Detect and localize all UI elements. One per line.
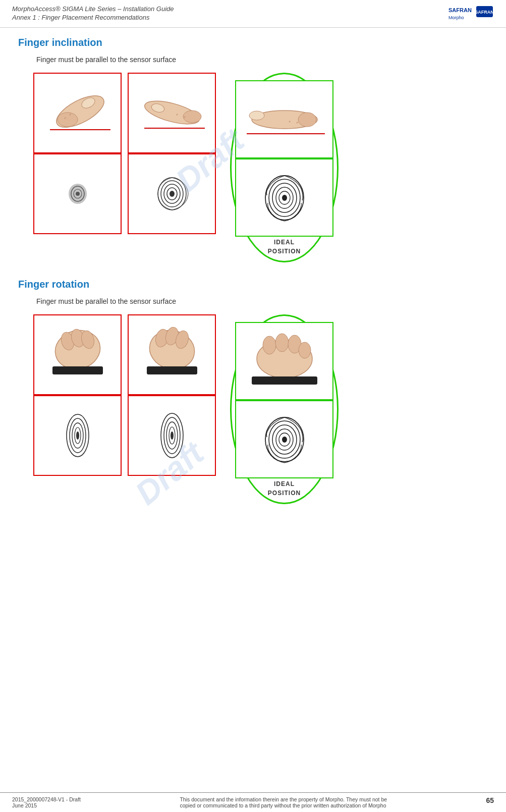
rotation-bad-col1 <box>33 314 122 476</box>
inclination-ideal-oval: IDEAL POSITION <box>230 73 339 262</box>
rotation-ideal-bottom <box>235 400 333 478</box>
finger-tilt-down-svg <box>40 90 116 136</box>
svg-point-10 <box>76 192 80 196</box>
rotation-ideal-oval: IDEAL POSITION <box>230 314 339 504</box>
svg-point-4 <box>58 113 78 127</box>
inclination-bad1-bottom <box>33 153 122 234</box>
header-line2: Annex 1 : Finger Placement Recommendatio… <box>12 14 174 21</box>
section1-subtitle: Finger must be parallel to the sensor su… <box>36 56 488 64</box>
svg-point-39 <box>76 431 79 440</box>
rotation-ideal-top <box>235 322 333 400</box>
fingerprint-rotated-svg <box>58 405 98 466</box>
svg-rect-34 <box>52 366 103 374</box>
inclination-ideal-top <box>235 80 333 158</box>
footer-disclaimer: This document and the information therei… <box>180 796 387 808</box>
header-line1: MorphoAccess® SIGMA Lite Series – Instal… <box>12 5 174 13</box>
svg-text:SAFRAN: SAFRAN <box>475 10 494 15</box>
main-content: Finger inclination Finger must be parall… <box>0 28 506 525</box>
footer-doc-id: 2015_2000007248-V1 - Draft <box>12 796 81 802</box>
inclination-ideal-label2: POSITION <box>268 248 301 255</box>
section2-subtitle: Finger must be parallel to the sensor su… <box>36 297 488 305</box>
svg-point-29 <box>282 195 287 201</box>
svg-rect-55 <box>252 376 317 385</box>
rotation-bad1-bottom <box>33 395 122 476</box>
rotation-bad2-bottom <box>128 395 216 476</box>
fingerprint-ideal-svg <box>257 168 312 228</box>
svg-point-3 <box>51 90 108 134</box>
inclination-ideal-bottom <box>235 158 333 237</box>
svg-point-52 <box>275 334 289 352</box>
rotation-bad1-top <box>33 314 122 395</box>
rotation-grid: IDEAL POSITION <box>33 314 488 504</box>
inclination-grid: IDEAL POSITION <box>33 73 488 262</box>
svg-text:Morpho: Morpho <box>448 15 464 20</box>
page-footer: 2015_2000007248-V1 - Draft June 2015 Thi… <box>0 792 506 812</box>
fingerprint-small-svg <box>58 174 98 214</box>
footer-date: June 2015 <box>12 802 81 808</box>
inclination-bad2-bottom <box>128 153 216 234</box>
footer-left: 2015_2000007248-V1 - Draft June 2015 <box>12 796 81 808</box>
section1-title: Finger inclination <box>18 37 488 48</box>
svg-point-23 <box>249 111 264 120</box>
safran-logo-svg: SAFRAN SAFRAN Morpho <box>448 5 494 25</box>
safran-logo-block: SAFRAN SAFRAN Morpho <box>448 5 494 25</box>
svg-rect-44 <box>147 366 197 374</box>
svg-point-19 <box>170 191 175 197</box>
section-inclination: Finger inclination Finger must be parall… <box>18 37 488 262</box>
section-rotation: Finger rotation Finger must be parallel … <box>18 279 488 504</box>
inclination-bad2-top <box>128 73 216 153</box>
section2-title: Finger rotation <box>18 279 488 290</box>
svg-point-54 <box>299 342 311 358</box>
fist-right-tilt-svg <box>134 322 210 388</box>
rotation-ideal-label1: IDEAL <box>274 480 295 488</box>
svg-point-21 <box>298 113 316 127</box>
svg-point-51 <box>263 336 276 354</box>
rotation-bad-col2 <box>128 314 216 476</box>
inclination-ideal-col: IDEAL POSITION <box>230 73 339 262</box>
header-title: MorphoAccess® SIGMA Lite Series – Instal… <box>12 5 174 21</box>
inclination-bad-col2 <box>128 73 216 234</box>
fist-left-tilt-svg <box>40 322 116 388</box>
svg-point-12 <box>183 111 201 123</box>
inclination-bad-col1 <box>33 73 122 234</box>
svg-text:SAFRAN: SAFRAN <box>448 7 472 13</box>
fingerprint-medium-svg <box>149 171 195 216</box>
fingerprint-rotation-ideal-svg <box>257 409 312 470</box>
rotation-ideal-label2: POSITION <box>268 490 301 497</box>
rotation-bad2-top <box>128 314 216 395</box>
page-header: MorphoAccess® SIGMA Lite Series – Instal… <box>0 0 506 28</box>
fingerprint-rotated2-svg <box>152 405 192 466</box>
finger-tilt-up-svg <box>134 90 210 136</box>
footer-page-number: 65 <box>486 796 494 804</box>
svg-point-61 <box>282 437 287 443</box>
finger-parallel-svg <box>242 99 327 140</box>
inclination-bad1-top <box>33 73 122 153</box>
fist-straight-svg <box>242 331 327 392</box>
rotation-ideal-col: IDEAL POSITION <box>230 314 339 504</box>
svg-point-49 <box>171 431 174 440</box>
inclination-ideal-label1: IDEAL <box>274 239 295 246</box>
